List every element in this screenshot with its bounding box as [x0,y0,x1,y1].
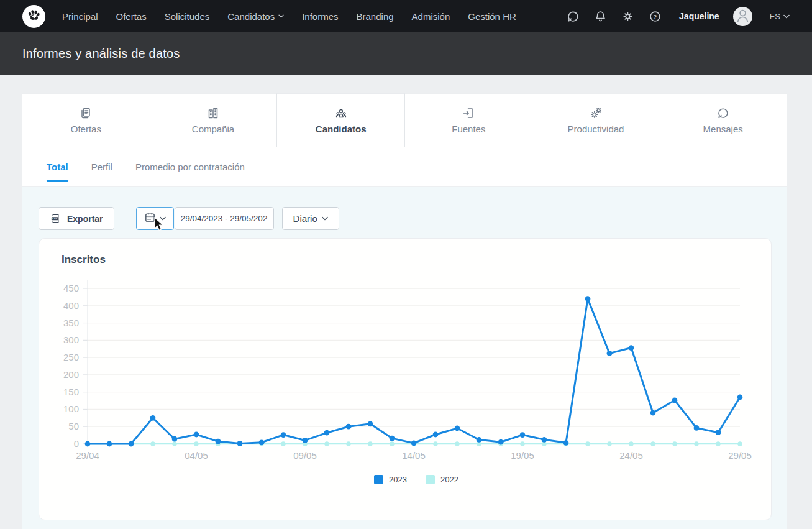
calendar-icon [144,211,156,226]
message-bubble-icon [717,107,729,119]
app-logo[interactable] [22,5,45,28]
calendar-picker-button[interactable] [136,207,174,230]
svg-text:24/05: 24/05 [619,450,643,461]
top-navigation-bar: PrincipalOfertasSolicitudesCandidatosInf… [0,0,812,32]
toolbar: CSV Exportar [39,207,787,230]
chart-canvas: 05010015020025030035040045029/0404/0509/… [39,275,772,462]
nav-item-candidatos[interactable]: Candidatos [227,11,284,22]
tab-mensajes[interactable]: Mensajes [659,93,787,147]
svg-text:14/05: 14/05 [402,450,426,461]
tab-compania[interactable]: Compañia [150,93,277,147]
svg-text:400: 400 [63,300,79,311]
date-range-input[interactable]: 29/04/2023 - 29/05/202 [175,207,274,230]
export-button[interactable]: CSV Exportar [39,207,114,230]
notifications-bell-icon[interactable] [593,9,607,23]
svg-text:350: 350 [63,318,79,328]
subtab-perfil[interactable]: Perfil [91,147,112,186]
help-icon[interactable]: ? [648,9,662,23]
period-value: Diario [293,213,317,224]
svg-text:09/05: 09/05 [293,450,317,461]
paw-logo-icon [26,7,42,25]
tab-label: Productividad [568,124,624,134]
svg-text:04/05: 04/05 [185,450,208,461]
nav-menu: PrincipalOfertasSolicitudesCandidatosInf… [62,11,516,22]
export-button-label: Exportar [67,214,103,224]
legend-swatch [374,475,383,484]
legend-item-2023[interactable]: 2023 [374,475,407,484]
chat-icon[interactable] [566,9,580,23]
svg-text:CSV: CSV [52,217,58,220]
chevron-down-icon [783,14,790,19]
period-dropdown[interactable]: Diario [282,207,339,230]
report-subtabs: TotalPerfilPromedio por contratación [22,147,787,186]
tab-productividad[interactable]: Productividad [532,93,660,147]
csv-file-icon: CSV [50,213,62,224]
date-range-picker: 29/04/2023 - 29/05/202 [136,207,274,230]
buildings-icon [207,107,219,119]
legend-label: 2023 [389,475,407,484]
user-name[interactable]: Jaqueline [679,11,719,21]
legend-label: 2022 [440,475,458,484]
chevron-down-icon [322,216,328,221]
tab-content: CSV Exportar [22,187,787,529]
nav-right-actions: ?Jaqueline ES [566,7,790,26]
legend-swatch [426,475,435,484]
chevron-down-icon [278,14,284,18]
legend-item-2022[interactable]: 2022 [426,475,458,484]
subtab-total[interactable]: Total [47,147,68,186]
svg-text:29/05: 29/05 [728,450,752,461]
avatar[interactable] [733,7,752,26]
chart-legend: 20232022 [62,475,771,484]
svg-text:0: 0 [74,438,79,449]
svg-text:250: 250 [63,352,79,362]
svg-text:?: ? [653,12,657,19]
documents-icon [80,107,92,119]
language-selector[interactable]: ES [770,12,790,21]
report-tabs: OfertasCompañiaCandidatosFuentesProducti… [22,93,787,147]
settings-gear-icon[interactable] [621,9,634,23]
chart-title: Inscritos [62,254,771,266]
tab-label: Candidatos [316,124,367,134]
svg-text:50: 50 [68,421,79,431]
svg-text:300: 300 [63,334,79,345]
tab-label: Fuentes [452,124,485,134]
line-chart: 05010015020025030035040045029/0404/0509/… [39,275,771,465]
nav-item-gestion-hr[interactable]: Gestión HR [468,11,516,22]
active-subtab-underline [47,180,68,182]
nav-item-admision[interactable]: Admisión [412,11,450,22]
tab-candidatos[interactable]: Candidatos [276,93,405,147]
people-icon [335,107,347,119]
person-icon [733,7,752,26]
nav-item-principal[interactable]: Principal [62,11,98,22]
inscritos-chart-card: Inscritos 05010015020025030035040045029/… [39,238,772,520]
reports-panel: OfertasCompañiaCandidatosFuentesProducti… [22,93,787,529]
tab-ofertas[interactable]: Ofertas [22,93,150,147]
nav-item-branding[interactable]: Branding [357,11,394,22]
tab-fuentes[interactable]: Fuentes [405,93,532,147]
page-title: Informes y análisis de datos [22,47,180,61]
svg-text:100: 100 [63,403,79,414]
nav-item-solicitudes[interactable]: Solicitudes [165,11,210,22]
svg-text:450: 450 [63,283,79,293]
svg-text:150: 150 [63,387,79,397]
tab-label: Mensajes [703,124,743,134]
nav-item-informes[interactable]: Informes [302,11,338,22]
door-arrow-icon [462,107,475,119]
subtab-promedio-por-contratacion[interactable]: Promedio por contratación [135,147,245,186]
page-header: Informes y análisis de datos [0,32,812,75]
chevron-down-icon [160,216,166,221]
gears-icon [590,107,602,119]
tab-label: Ofertas [71,124,101,134]
tab-label: Compañia [192,124,234,134]
svg-text:200: 200 [63,369,79,380]
nav-item-ofertas[interactable]: Ofertas [116,11,147,22]
language-code: ES [770,12,780,21]
svg-text:19/05: 19/05 [511,450,534,461]
svg-text:29/04: 29/04 [76,450,99,461]
